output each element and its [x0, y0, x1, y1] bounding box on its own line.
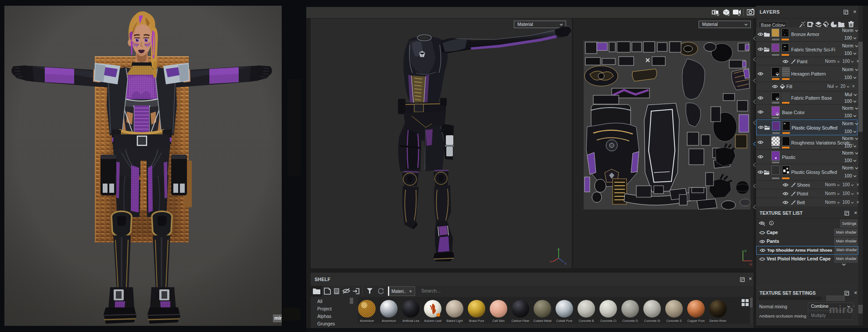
- svg-text:1: 1: [771, 222, 772, 225]
- svg-text:U: U: [750, 262, 752, 265]
- svg-text:V: V: [744, 249, 747, 253]
